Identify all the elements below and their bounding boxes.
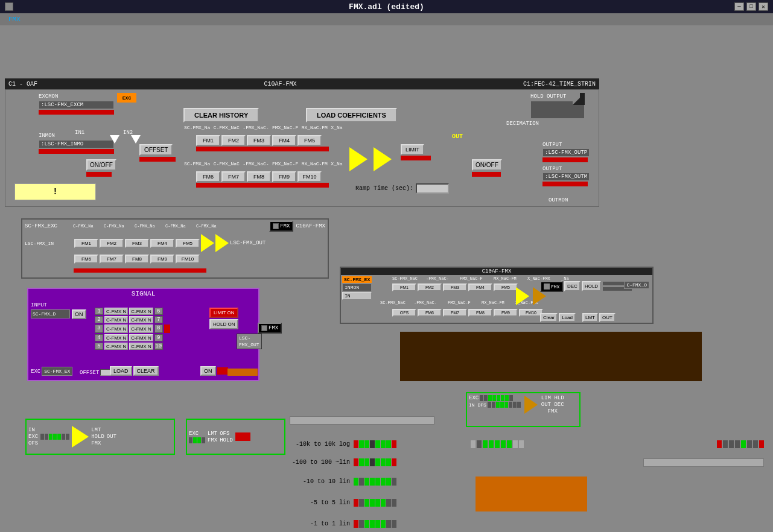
load-coeff-area: LOAD COEFFICIENTS — [306, 108, 397, 122]
in-btn-right[interactable]: IN — [342, 292, 372, 300]
fm7-btn[interactable]: FM7 — [221, 171, 246, 182]
exc-bottom-label: EXC — [31, 369, 40, 375]
close-button[interactable]: ✕ — [759, 2, 768, 11]
limit-on-btn[interactable]: LIMIT ON — [209, 308, 238, 318]
clear-history-button[interactable]: CLEAR HISTORY — [183, 108, 259, 122]
fm9-right[interactable]: FM9 — [494, 309, 518, 317]
exc-mini-label: EXC — [28, 434, 38, 440]
fm3-med[interactable]: FM3 — [125, 239, 149, 248]
fm1-right[interactable]: FM1 — [392, 283, 416, 291]
cfmx-n2a[interactable]: C-FMX N — [104, 316, 128, 323]
meter-row-10k-right — [471, 440, 524, 448]
limit-hold-area: LIMIT ON HOLD ON — [209, 308, 238, 329]
fm3-btn[interactable]: FM3 — [247, 135, 271, 146]
fm2-med[interactable]: FM2 — [100, 239, 124, 248]
sc-fmx-ex-lbl: SC-FMX_EX — [342, 276, 372, 283]
fm1-med[interactable]: FM1 — [74, 239, 98, 248]
fm9-med[interactable]: FM9 — [150, 255, 174, 264]
signal-on-bottom-btn[interactable]: ON — [200, 366, 216, 376]
meter-10k-segs — [354, 440, 396, 448]
sc-fmx-exc-label: SC-FMX_EXC — [25, 223, 73, 229]
ofs-mini-label: OFS — [28, 440, 38, 446]
fm4-btn[interactable]: FM4 — [272, 135, 296, 146]
fm10-btn[interactable]: FM10 — [297, 171, 322, 182]
scrollbar-bottom-right[interactable] — [643, 458, 764, 467]
cfmx-n1b[interactable]: C-FMX N — [129, 308, 153, 315]
load-btn-right[interactable]: Load — [559, 313, 576, 322]
right-output: C-FMX_O — [624, 281, 649, 289]
minimize-button[interactable]: ─ — [734, 2, 744, 11]
s7 — [386, 440, 391, 448]
cfmx-n3a[interactable]: C-FMX N — [104, 325, 128, 333]
s6 — [381, 440, 386, 448]
load-coefficients-button[interactable]: LOAD COEFFICIENTS — [306, 108, 397, 122]
lmt-btn[interactable]: LMT — [582, 313, 598, 322]
fm7-right[interactable]: FM7 — [443, 309, 467, 317]
cfmx-n3b[interactable]: C-FMX N — [129, 325, 153, 333]
cfmx-n4a[interactable]: C-FMX N — [104, 334, 128, 341]
hold-btn[interactable]: HOLD — [582, 281, 601, 291]
fm1-btn[interactable]: FM1 — [196, 135, 220, 146]
cfmx-n2b[interactable]: C-FMX N — [129, 316, 153, 323]
fm5-right[interactable]: FM5 — [494, 283, 518, 291]
cfmx-n4b[interactable]: C-FMX N — [129, 334, 153, 341]
fm9-btn[interactable]: FM9 — [272, 171, 296, 182]
meter-5-segs — [354, 499, 396, 507]
signal-clear-btn[interactable]: CLEAR — [133, 366, 159, 376]
fm6-btn[interactable]: FM6 — [196, 171, 220, 182]
fm10-med[interactable]: FM10 — [176, 255, 200, 264]
fm5-btn[interactable]: FM5 — [297, 135, 322, 146]
ramp-time-input[interactable] — [416, 183, 449, 194]
fmx-btn-med[interactable]: FMX — [269, 221, 293, 232]
fm8-right[interactable]: FM8 — [468, 309, 492, 317]
fm2-right[interactable]: FM2 — [418, 283, 442, 291]
ofs-btn-right[interactable]: OFS — [392, 309, 416, 317]
inmon-lbl-right: INMON — [342, 283, 372, 291]
fm10-right[interactable]: FM10 — [519, 309, 543, 317]
onoff1-button[interactable]: ON/OFF — [86, 159, 116, 171]
dec-btn[interactable]: DEC — [564, 281, 581, 291]
decimation-area: DECIMATION — [506, 120, 539, 127]
clear-history-area: CLEAR HISTORY — [183, 108, 259, 122]
meter-5-label: -5 to 5 lin — [290, 499, 350, 506]
fmx-mini-r-red — [235, 432, 250, 441]
fm7-med[interactable]: FM7 — [100, 255, 124, 264]
offset-button[interactable]: OFFSET — [139, 144, 173, 156]
cfmx-n5b[interactable]: C-FMX N — [129, 343, 153, 350]
dm3 — [496, 402, 500, 408]
hold-on-btn[interactable]: HOLD ON — [209, 319, 238, 329]
clear-btn-right[interactable]: Clear — [540, 313, 558, 322]
fs2 — [723, 440, 728, 448]
rm4 — [202, 437, 205, 443]
signal-fmx-btn[interactable]: FMX — [258, 323, 282, 334]
signal-on-btn[interactable]: ON — [72, 309, 86, 319]
cfmx-n5a[interactable]: C-FMX N — [104, 343, 128, 350]
meter-row-1: -1 to 1 lin — [290, 520, 396, 528]
fm8-med[interactable]: FM8 — [125, 255, 149, 264]
fm6-right[interactable]: FM6 — [418, 309, 442, 317]
fm4-right[interactable]: FM4 — [468, 283, 492, 291]
fm2-btn[interactable]: FM2 — [221, 135, 246, 146]
menu-fmx[interactable]: FMX — [5, 16, 24, 23]
maximize-button[interactable]: □ — [746, 2, 756, 11]
fm8-btn[interactable]: FM8 — [247, 171, 271, 182]
fmx-mini-right-2: LMT FMX — [208, 431, 217, 443]
fm-row1: FM1 FM2 FM3 FM4 FM5 — [196, 135, 329, 151]
inmon-label: INMON — [39, 133, 55, 139]
meter-row-10: -10 to 10 lin — [290, 478, 396, 486]
meter-10-label: -10 to 10 lin — [290, 478, 350, 485]
fm5-med[interactable]: FM5 — [176, 239, 200, 248]
fm6-med[interactable]: FM6 — [74, 255, 98, 264]
cfmx-n1a[interactable]: C-FMX N — [104, 308, 128, 315]
onoff2-button[interactable]: ON/OFF — [472, 159, 502, 171]
fm3-right[interactable]: FM3 — [443, 283, 467, 291]
t3 — [364, 458, 369, 466]
scrollbar-meters-top[interactable] — [290, 416, 434, 425]
limit-button[interactable]: LIMIT — [401, 144, 424, 155]
signal-load-btn[interactable]: LOAD — [110, 366, 132, 376]
fm4-med[interactable]: FM4 — [150, 239, 174, 248]
out-btn-right[interactable]: OUT — [599, 313, 616, 322]
m3 — [488, 395, 492, 401]
window-title: FMX.adl (edited) — [349, 2, 424, 11]
out-label: OUT — [452, 133, 463, 140]
